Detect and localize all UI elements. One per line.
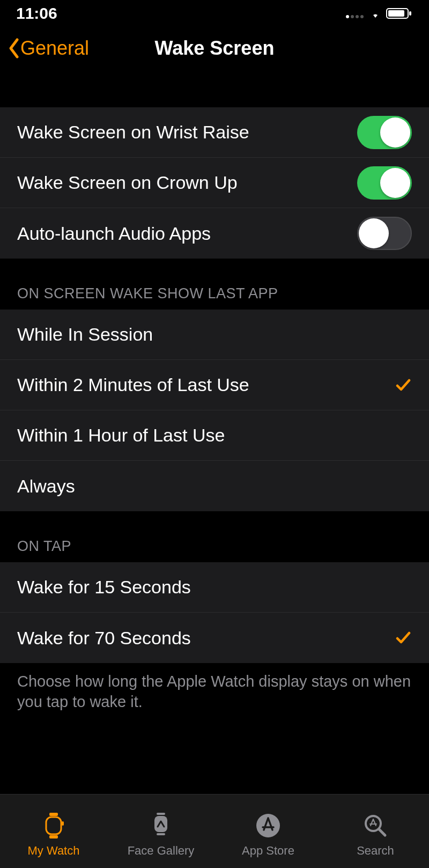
toggles-section: Wake Screen on Wrist Raise Wake Screen o… <box>0 107 429 259</box>
watch-icon <box>40 812 68 840</box>
on-tap-header: ON TAP <box>0 511 429 562</box>
option-within-1-hour[interactable]: Within 1 Hour of Last Use <box>0 410 429 461</box>
row-label: Wake for 70 Seconds <box>17 628 191 649</box>
check-icon <box>395 629 412 646</box>
crown-up-row: Wake Screen on Crown Up <box>0 158 429 208</box>
option-while-in-session[interactable]: While In Session <box>0 310 429 360</box>
tab-bar: My Watch Face Gallery App Store <box>0 794 429 868</box>
row-label: Auto-launch Audio Apps <box>17 223 211 244</box>
option-wake-15[interactable]: Wake for 15 Seconds <box>0 562 429 613</box>
svg-rect-6 <box>388 10 404 17</box>
svg-rect-12 <box>157 813 165 815</box>
row-label: Within 2 Minutes of Last Use <box>17 374 249 395</box>
option-within-2-minutes[interactable]: Within 2 Minutes of Last Use <box>0 360 429 410</box>
page-title: Wake Screen <box>155 37 275 60</box>
row-label: Always <box>17 476 75 497</box>
on-tap-section: Wake for 15 Seconds Wake for 70 Seconds <box>0 562 429 663</box>
tab-label: Face Gallery <box>128 844 195 858</box>
check-icon <box>395 377 412 394</box>
wifi-icon <box>369 8 382 19</box>
svg-rect-10 <box>62 821 64 826</box>
svg-line-16 <box>379 829 385 835</box>
last-app-header: ON SCREEN WAKE SHOW LAST APP <box>0 259 429 310</box>
svg-rect-11 <box>154 816 167 832</box>
row-label: Wake Screen on Wrist Raise <box>17 122 249 143</box>
face-gallery-icon <box>147 812 175 840</box>
row-label: Wake Screen on Crown Up <box>17 172 238 193</box>
status-time: 11:06 <box>16 4 57 23</box>
svg-rect-9 <box>49 835 58 838</box>
tab-label: My Watch <box>28 844 80 858</box>
app-store-icon <box>254 812 282 840</box>
last-app-section: While In Session Within 2 Minutes of Las… <box>0 310 429 511</box>
search-icon <box>361 812 389 840</box>
row-label: Within 1 Hour of Last Use <box>17 425 225 446</box>
svg-rect-7 <box>46 817 61 834</box>
svg-rect-13 <box>157 833 165 835</box>
tab-search[interactable]: Search <box>322 812 429 858</box>
svg-rect-8 <box>49 813 58 816</box>
svg-point-2 <box>356 15 359 18</box>
wrist-raise-toggle[interactable] <box>357 116 412 149</box>
row-label: While In Session <box>17 324 153 345</box>
tab-label: App Store <box>242 844 294 858</box>
back-label: General <box>20 37 89 60</box>
svg-point-3 <box>360 15 364 18</box>
status-bar: 11:06 <box>0 0 429 27</box>
option-wake-70[interactable]: Wake for 70 Seconds <box>0 613 429 663</box>
tab-app-store[interactable]: App Store <box>214 812 322 858</box>
signal-icon <box>345 8 365 19</box>
wrist-raise-row: Wake Screen on Wrist Raise <box>0 107 429 158</box>
svg-point-1 <box>351 15 354 18</box>
nav-bar: General Wake Screen <box>0 27 429 70</box>
row-label: Wake for 15 Seconds <box>17 577 191 598</box>
svg-point-0 <box>346 15 349 18</box>
tab-face-gallery[interactable]: Face Gallery <box>107 812 214 858</box>
option-always[interactable]: Always <box>0 461 429 511</box>
auto-launch-row: Auto-launch Audio Apps <box>0 208 429 259</box>
on-tap-footer: Choose how long the Apple Watch display … <box>0 663 429 720</box>
auto-launch-toggle[interactable] <box>357 217 412 250</box>
tab-label: Search <box>357 844 394 858</box>
status-indicators <box>345 7 413 20</box>
back-button[interactable]: General <box>8 37 89 60</box>
chevron-left-icon <box>8 38 19 59</box>
tab-my-watch[interactable]: My Watch <box>0 812 107 858</box>
svg-rect-5 <box>409 11 411 16</box>
crown-up-toggle[interactable] <box>357 166 412 200</box>
battery-icon <box>386 7 413 20</box>
